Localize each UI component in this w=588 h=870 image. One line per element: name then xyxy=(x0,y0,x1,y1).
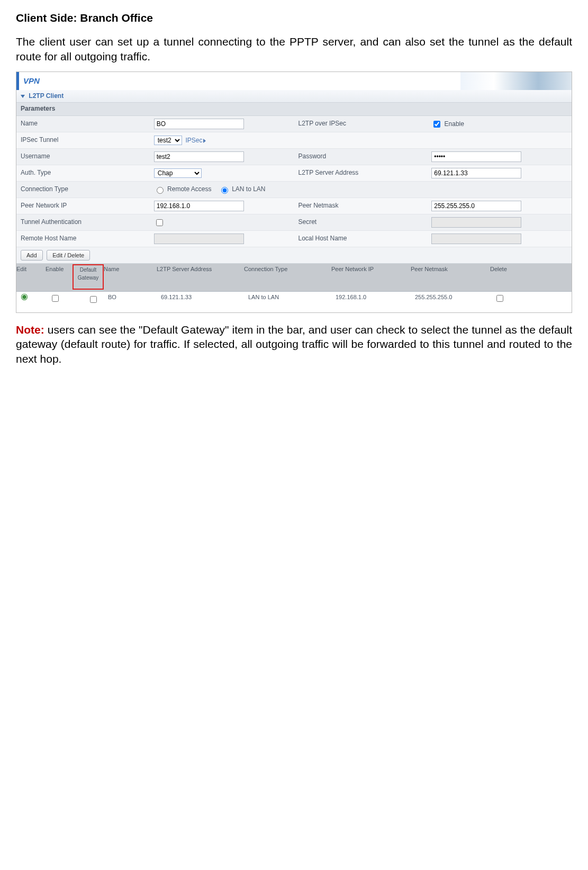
enable-l2tp-ipsec-checkbox[interactable] xyxy=(433,121,440,128)
label-local-host: Local Host Name xyxy=(294,231,427,247)
header-edit: Edit xyxy=(16,264,46,291)
label-password: Password xyxy=(294,149,427,165)
note-text: users can see the "Default Gateway" item… xyxy=(16,324,572,365)
row-name: BO xyxy=(108,293,161,306)
l2tp-server-input[interactable] xyxy=(431,168,521,178)
label-secret: Secret xyxy=(294,214,427,231)
lan-to-lan-label: LAN to LAN xyxy=(232,185,265,193)
ipsec-tunnel-select[interactable]: test2 xyxy=(154,136,182,145)
auth-type-select[interactable]: Chap xyxy=(154,168,202,178)
header-delete: Delete xyxy=(490,264,522,291)
list-row: ◉ BO 69.121.1.33 LAN to LAN 192.168.1.0 … xyxy=(16,292,572,307)
tunnel-auth-checkbox[interactable] xyxy=(156,219,163,226)
remote-access-label: Remote Access xyxy=(167,185,211,193)
name-input[interactable] xyxy=(154,119,244,129)
header-l2tp-server-addr: L2TP Server Address xyxy=(157,264,244,291)
row-peer-netmask: 255.255.255.0 xyxy=(415,293,494,306)
edit-radio[interactable]: ◉ xyxy=(21,292,28,301)
label-peer-network-ip: Peer Network IP xyxy=(16,198,150,214)
parameters-header: Parameters xyxy=(16,103,572,116)
label-remote-host: Remote Host Name xyxy=(16,231,150,247)
vpn-title-text: VPN xyxy=(23,76,40,86)
label-tunnel-auth: Tunnel Authentication xyxy=(16,214,150,231)
row-l2tp-server-addr: 69.121.1.33 xyxy=(161,293,248,306)
add-button[interactable]: Add xyxy=(21,250,43,261)
password-input[interactable] xyxy=(431,151,521,162)
label-auth-type: Auth. Type xyxy=(16,165,150,182)
ipsec-link[interactable]: IPSec xyxy=(185,137,206,144)
header-connection-type: Connection Type xyxy=(244,264,331,291)
label-l2tp-over-ipsec: L2TP over IPSec xyxy=(294,116,427,132)
section-heading: Client Side: Branch Office xyxy=(16,11,572,25)
remote-access-radio[interactable] xyxy=(157,187,164,194)
l2tp-client-section[interactable]: L2TP Client xyxy=(16,90,572,103)
label-ipsec-tunnel: IPSec Tunnel xyxy=(16,132,150,149)
header-name: Name xyxy=(104,264,157,291)
remote-host-input[interactable] xyxy=(154,234,244,244)
header-peer-netmask: Peer Netmask xyxy=(411,264,490,291)
row-peer-network-ip: 192.168.1.0 xyxy=(336,293,415,306)
vpn-panel: VPN L2TP Client Parameters Name L2TP ove… xyxy=(16,71,572,313)
vpn-banner-image xyxy=(460,72,572,90)
section-arrow-icon xyxy=(21,95,25,98)
label-username: Username xyxy=(16,149,150,165)
note-label: Note: xyxy=(16,324,44,336)
row-default-gateway-checkbox[interactable] xyxy=(90,296,97,303)
label-peer-netmask: Peer Netmask xyxy=(294,198,427,214)
local-host-input[interactable] xyxy=(431,234,521,244)
edit-delete-button[interactable]: Edit / Delete xyxy=(47,250,90,261)
default-gateway-highlight: Default Gateway xyxy=(73,264,104,290)
header-peer-network-ip: Peer Network IP xyxy=(331,264,411,291)
label-name: Name xyxy=(16,116,150,132)
note-paragraph: Note: users can see the "Default Gateway… xyxy=(16,322,572,366)
row-enable-checkbox[interactable] xyxy=(52,295,59,302)
header-default-gateway: Default Gateway xyxy=(75,264,104,291)
secret-input[interactable] xyxy=(431,217,521,228)
vpn-title-bar: VPN xyxy=(16,72,572,90)
peer-network-ip-input[interactable] xyxy=(154,201,244,211)
peer-netmask-input[interactable] xyxy=(431,201,521,211)
enable-label: Enable xyxy=(445,120,464,127)
parameters-form: Name L2TP over IPSec Enable IPSec Tunnel… xyxy=(16,116,572,247)
row-connection-type: LAN to LAN xyxy=(248,293,336,306)
row-delete-checkbox[interactable] xyxy=(496,295,503,302)
lan-to-lan-radio[interactable] xyxy=(221,187,228,194)
list-header-row: Edit Enable Default Gateway Name L2TP Se… xyxy=(16,264,572,292)
label-l2tp-server-addr: L2TP Server Address xyxy=(294,165,427,182)
ipsec-link-arrow-icon xyxy=(203,139,206,143)
button-row: Add Edit / Delete xyxy=(16,247,572,264)
header-enable: Enable xyxy=(46,264,75,291)
label-connection-type: Connection Type xyxy=(16,182,150,198)
username-input[interactable] xyxy=(154,151,244,162)
section-title-text: L2TP Client xyxy=(29,92,64,100)
intro-paragraph: The client user can set up a tunnel conn… xyxy=(16,34,572,64)
